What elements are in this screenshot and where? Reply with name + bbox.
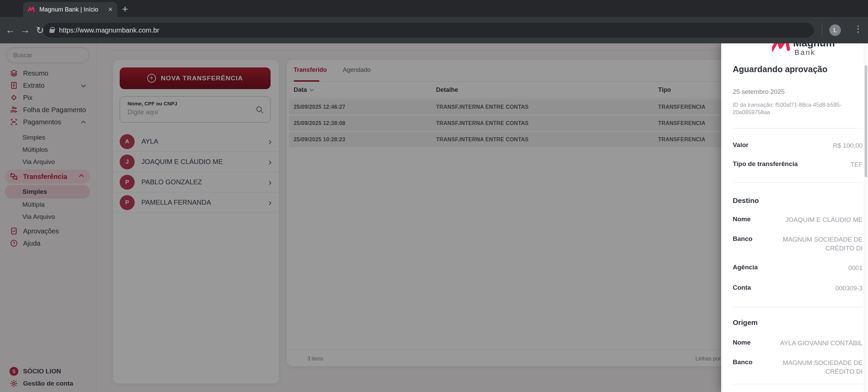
toolbar-separator <box>822 24 822 37</box>
forward-icon[interactable]: → <box>18 25 33 36</box>
drawer-title: Aguardando aprovação <box>733 64 827 74</box>
logo-sub-text: Bank <box>794 48 815 57</box>
app-viewport: Resumo Extrato Pix <box>0 43 868 392</box>
approval-drawer: Magnum Bank Aguardando aprovação 25 sete… <box>721 43 868 392</box>
back-icon[interactable]: ← <box>3 25 18 36</box>
field-tipo-transferencia: Tipo de transferência TEF <box>733 160 863 169</box>
browser-tab[interactable]: Magnum Bank | Início × <box>23 2 117 17</box>
origem-heading: Origem <box>733 318 758 327</box>
browser-chrome: Magnum Bank | Início × + ← → ↻ https://w… <box>0 0 868 43</box>
address-bar[interactable]: https://www.magnumbank.com.br <box>43 23 814 38</box>
transaction-date: 25 setembro 2025 <box>733 88 785 96</box>
tab-strip: Magnum Bank | Início × + <box>0 0 868 17</box>
magnum-logo-icon <box>772 43 792 56</box>
magnum-favicon-icon <box>28 7 35 12</box>
url-text: https://www.magnumbank.com.br <box>59 26 159 34</box>
origem-banco: Banco MAGNUM SOCIEDADE DE CRÉDITO DI <box>733 358 863 376</box>
divider <box>733 128 863 128</box>
browser-menu-icon[interactable]: ⋮ <box>854 24 863 34</box>
origem-nome: Nome AYLA GIOVANNI CONTÁBIL <box>733 339 863 348</box>
divider <box>733 307 863 307</box>
lock-icon <box>50 29 54 33</box>
divider <box>733 384 863 384</box>
drawer-scrollbar-thumb[interactable] <box>865 65 867 177</box>
drawer-scrollbar-track[interactable] <box>864 43 868 392</box>
tab-close-icon[interactable]: × <box>108 6 113 13</box>
destino-conta: Conta 000309-3 <box>733 284 863 293</box>
transaction-id: ID da transação: f500af71-88ca-45d8-b595… <box>733 101 845 116</box>
destino-heading: Destino <box>733 197 759 205</box>
destino-banco: Banco MAGNUM SOCIEDADE DE CRÉDITO DI <box>733 235 863 253</box>
browser-profile-avatar[interactable]: L <box>829 24 841 36</box>
tab-title: Magnum Bank | Início <box>39 6 104 13</box>
destino-agencia: Agência 0001 <box>733 264 863 272</box>
field-valor: Valor R$ 100,00 <box>733 141 863 150</box>
new-tab-icon[interactable]: + <box>122 3 128 15</box>
divider <box>733 182 863 183</box>
destino-nome: Nome JOAQUIM E CLÁUDIO ME <box>733 215 863 224</box>
